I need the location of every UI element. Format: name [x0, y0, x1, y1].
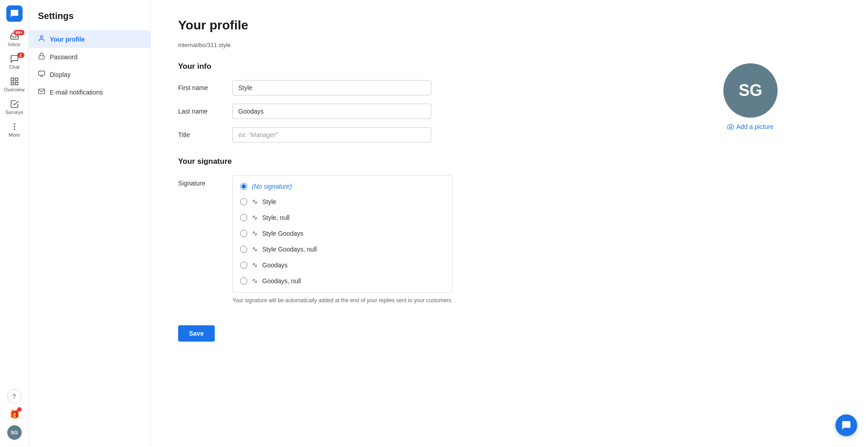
sig-radio-style-null[interactable]	[240, 214, 247, 221]
your-signature-title: Your signature	[178, 157, 841, 166]
user-avatar-bottom[interactable]: SG	[7, 425, 22, 440]
add-picture-button[interactable]: Add a picture	[727, 123, 774, 130]
chat-badge: 1	[17, 52, 24, 58]
sig-label-style-goodays: Style Goodays	[262, 230, 303, 237]
save-button[interactable]: Save	[178, 325, 215, 342]
sig-wave-style-null: ∿	[252, 213, 258, 222]
more-label: More	[9, 132, 20, 138]
sig-option-style[interactable]: ∿ Style	[233, 194, 452, 209]
settings-sidebar: Settings Your profile Password Display	[29, 0, 151, 447]
sig-radio-no-signature[interactable]	[240, 183, 247, 190]
settings-title: Settings	[29, 11, 151, 30]
breadcrumb: internal/bo/311.style	[178, 42, 841, 48]
sig-label-goodays: Goodays	[262, 262, 288, 269]
signature-label: Signature	[178, 175, 223, 187]
sig-radio-goodays-null[interactable]	[240, 277, 247, 285]
sig-radio-style-goodays-null[interactable]	[240, 246, 247, 253]
settings-nav-display[interactable]: Display	[29, 66, 151, 83]
sig-radio-style-goodays[interactable]	[240, 230, 247, 237]
your-signature-section: Your signature Signature (No signature) …	[178, 157, 841, 304]
svg-rect-2	[15, 82, 18, 85]
monitor-icon	[38, 70, 45, 79]
sig-label-no-signature: (No signature)	[252, 183, 292, 190]
title-label: Title	[178, 131, 223, 138]
nav-item-overview[interactable]: Overview	[3, 74, 26, 95]
sig-label-style: Style	[262, 198, 276, 205]
first-name-label: First name	[178, 84, 223, 91]
gift-badge	[17, 407, 22, 412]
sig-wave-goodays-null: ∿	[252, 276, 258, 285]
last-name-label: Last name	[178, 108, 223, 115]
main-content: Your profile internal/bo/311.style SG Ad…	[151, 0, 868, 447]
sig-option-style-null[interactable]: ∿ Style, null	[233, 209, 452, 225]
password-label: Password	[50, 53, 77, 61]
last-name-input[interactable]	[232, 104, 431, 119]
person-icon	[38, 35, 45, 43]
sig-radio-style[interactable]	[240, 198, 247, 205]
svg-rect-1	[15, 78, 18, 81]
sig-wave-style: ∿	[252, 197, 258, 206]
app-logo[interactable]	[6, 5, 23, 22]
settings-nav-your-profile[interactable]: Your profile	[29, 30, 151, 48]
sig-label-goodays-null: Goodays, null	[262, 277, 301, 285]
profile-avatar-area: SG Add a picture	[723, 63, 778, 130]
add-picture-label: Add a picture	[736, 123, 774, 130]
sig-option-style-goodays[interactable]: ∿ Style Goodays	[233, 225, 452, 241]
avatar: SG	[723, 63, 778, 118]
svg-rect-0	[11, 78, 14, 81]
display-label: Display	[50, 71, 71, 78]
sig-wave-goodays: ∿	[252, 261, 258, 269]
inbox-label: Inbox	[8, 42, 20, 47]
inbox-badge: 99+	[14, 30, 24, 35]
nav-item-chat[interactable]: 1 Chat	[3, 52, 26, 72]
sig-option-no-signature[interactable]: (No signature)	[233, 179, 452, 194]
sig-radio-goodays[interactable]	[240, 262, 247, 269]
nav-item-inbox[interactable]: 99+ Inbox	[3, 29, 26, 50]
nav-item-more[interactable]: More	[3, 119, 26, 140]
signature-options-box: (No signature) ∿ Style ∿ Style, null	[232, 175, 453, 293]
lock-icon	[38, 52, 45, 61]
help-button[interactable]: ?	[7, 389, 22, 404]
email-notifications-label: E-mail notifications	[50, 89, 103, 96]
first-name-input[interactable]	[232, 80, 431, 95]
svg-rect-3	[11, 82, 14, 85]
sig-label-style-null: Style, null	[262, 214, 290, 221]
page-title: Your profile	[178, 18, 841, 33]
signature-hint: Your signature will be automatically add…	[232, 297, 453, 304]
svg-point-12	[729, 126, 731, 128]
gift-button[interactable]: 🎁	[7, 407, 22, 422]
svg-point-6	[14, 129, 15, 130]
icon-sidebar: 99+ Inbox 1 Chat Overview S	[0, 0, 29, 447]
sig-wave-style-goodays: ∿	[252, 229, 258, 238]
svg-rect-9	[38, 71, 44, 75]
sig-label-style-goodays-null: Style Goodays, null	[262, 246, 317, 253]
sig-option-style-goodays-null[interactable]: ∿ Style Goodays, null	[233, 241, 452, 257]
email-icon	[38, 88, 45, 96]
sig-wave-style-goodays-null: ∿	[252, 245, 258, 253]
sig-option-goodays[interactable]: ∿ Goodays	[233, 257, 452, 273]
chat-bubble-button[interactable]	[835, 414, 857, 436]
title-input[interactable]	[232, 127, 431, 143]
settings-nav-password[interactable]: Password	[29, 48, 151, 66]
surveys-label: Surveys	[5, 109, 24, 115]
nav-item-surveys[interactable]: Surveys	[3, 97, 26, 118]
settings-nav-email[interactable]: E-mail notifications	[29, 83, 151, 101]
signature-row: Signature (No signature) ∿ Style ∿	[178, 175, 841, 304]
svg-point-5	[14, 126, 15, 127]
svg-rect-8	[39, 56, 44, 59]
sig-option-goodays-null[interactable]: ∿ Goodays, null	[233, 273, 452, 289]
overview-label: Overview	[4, 87, 25, 92]
your-profile-label: Your profile	[50, 36, 85, 43]
chat-label: Chat	[9, 64, 19, 70]
svg-point-7	[40, 36, 42, 38]
svg-point-4	[14, 124, 15, 124]
